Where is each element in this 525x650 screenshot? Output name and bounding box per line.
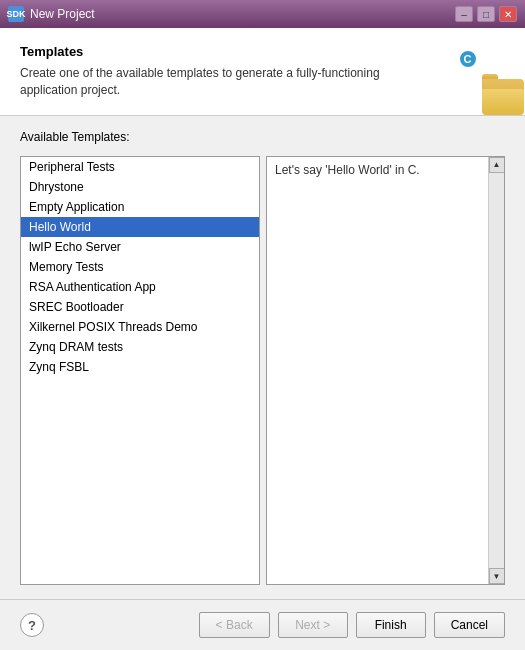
template-item-rsa-authentication-app[interactable]: RSA Authentication App [21, 277, 259, 297]
scrollbar-track [489, 173, 504, 568]
header-section: Templates Create one of the available te… [0, 28, 525, 116]
content-area: Available Templates: Peripheral TestsDhr… [0, 116, 525, 599]
template-item-empty-application[interactable]: Empty Application [21, 197, 259, 217]
description-scrollbar[interactable]: ▲ ▼ [488, 157, 504, 584]
header-title: Templates [20, 44, 438, 59]
lists-container: Peripheral TestsDhrystoneEmpty Applicati… [20, 156, 505, 585]
back-button[interactable]: < Back [199, 612, 270, 638]
finish-button[interactable]: Finish [356, 612, 426, 638]
template-list[interactable]: Peripheral TestsDhrystoneEmpty Applicati… [20, 156, 260, 585]
next-button[interactable]: Next > [278, 612, 348, 638]
folder-front [482, 89, 524, 115]
scroll-down-button[interactable]: ▼ [489, 568, 505, 584]
template-item-hello-world[interactable]: Hello World [21, 217, 259, 237]
title-bar: SDK New Project – □ ✕ [0, 0, 525, 28]
maximize-button[interactable]: □ [477, 6, 495, 22]
description-text: Let's say 'Hello World' in C. [275, 163, 496, 177]
header-text: Templates Create one of the available te… [20, 44, 438, 99]
template-item-memory-tests[interactable]: Memory Tests [21, 257, 259, 277]
scroll-up-button[interactable]: ▲ [489, 157, 505, 173]
window-title: New Project [30, 7, 449, 21]
template-item-zynq-dram-tests[interactable]: Zynq DRAM tests [21, 337, 259, 357]
template-item-xilkernel-posix-threads-demo[interactable]: Xilkernel POSIX Threads Demo [21, 317, 259, 337]
dialog-body: Templates Create one of the available te… [0, 28, 525, 650]
header-description: Create one of the available templates to… [20, 65, 438, 99]
template-item-srec-bootloader[interactable]: SREC Bootloader [21, 297, 259, 317]
app-icon: SDK [8, 6, 24, 22]
footer-area: ? < Back Next > Finish Cancel [0, 599, 525, 650]
description-panel: Let's say 'Hello World' in C. ▲ ▼ [266, 156, 505, 585]
help-button[interactable]: ? [20, 613, 44, 637]
cancel-button[interactable]: Cancel [434, 612, 505, 638]
template-item-zynq-fsbl[interactable]: Zynq FSBL [21, 357, 259, 377]
window-controls: – □ ✕ [455, 6, 517, 22]
template-item-peripheral-tests[interactable]: Peripheral Tests [21, 157, 259, 177]
close-button[interactable]: ✕ [499, 6, 517, 22]
c-language-badge: C [458, 49, 478, 69]
header-icon-container: C [450, 44, 505, 94]
template-item-dhrystone[interactable]: Dhrystone [21, 177, 259, 197]
available-templates-label: Available Templates: [20, 130, 505, 144]
template-item-lwip-echo-server[interactable]: lwIP Echo Server [21, 237, 259, 257]
minimize-button[interactable]: – [455, 6, 473, 22]
